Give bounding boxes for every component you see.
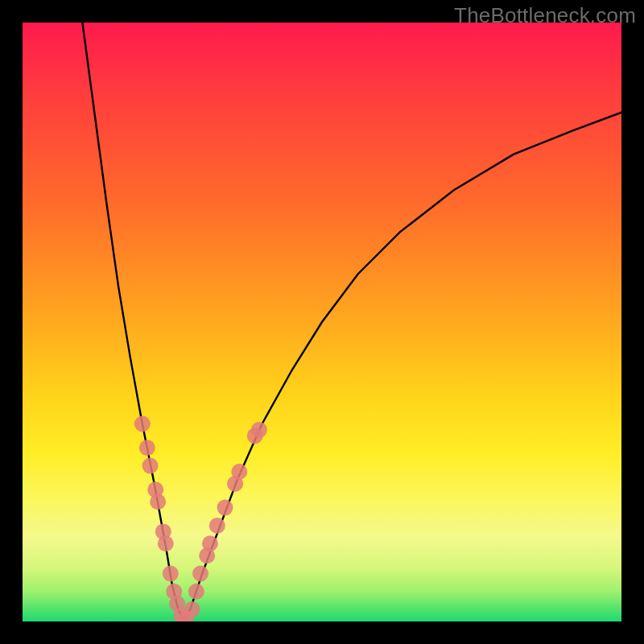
marker-dot <box>251 422 267 438</box>
marker-dot <box>158 535 174 551</box>
marker-dot <box>217 500 233 516</box>
watermark-text: TheBottleneck.com <box>454 3 636 28</box>
marker-dot <box>134 416 151 432</box>
marker-dot <box>192 566 208 582</box>
marker-dot <box>202 535 218 551</box>
marker-dot <box>150 493 166 510</box>
plot-area <box>23 23 621 621</box>
marker-dot <box>139 440 155 456</box>
marker-dot <box>231 464 247 480</box>
marker-dot <box>142 458 159 474</box>
marker-dot <box>184 601 200 617</box>
marker-dot <box>163 566 179 582</box>
chart-frame: TheBottleneck.com <box>0 0 644 644</box>
marker-dot <box>209 518 225 534</box>
highlight-dots <box>134 416 267 622</box>
curve-layer <box>23 23 621 621</box>
marker-dot <box>188 584 204 600</box>
